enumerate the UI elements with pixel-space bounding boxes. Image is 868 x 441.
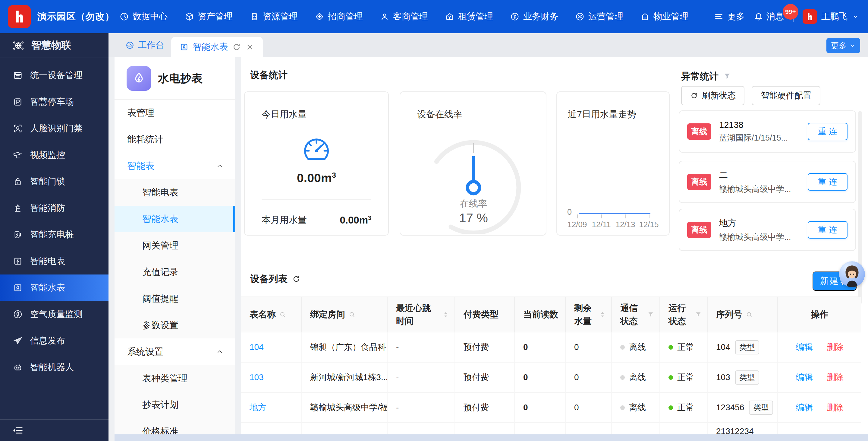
brand-logo[interactable]	[8, 5, 31, 28]
menu-item-智能表[interactable]: 智能表	[115, 153, 235, 179]
menu-item-表管理[interactable]: 表管理	[115, 99, 235, 126]
offline-dot	[620, 375, 625, 380]
search-icon[interactable]	[745, 311, 753, 319]
offline-dot	[620, 405, 625, 410]
chevron-up-icon[interactable]	[216, 348, 224, 356]
type-tag[interactable]: 类型	[749, 401, 773, 415]
device-location: 蓝湖国际/1/15/15...	[719, 133, 788, 143]
offline-badge: 离线	[687, 123, 711, 140]
assistant-avatar[interactable]	[839, 261, 865, 287]
edit-link[interactable]: 编辑	[796, 402, 813, 413]
sidebar-item-meter-drop[interactable]: 智能水表	[0, 274, 108, 301]
reload-icon[interactable]	[292, 274, 301, 284]
water-electric-icon	[127, 66, 151, 91]
hydrant-icon	[13, 203, 23, 213]
edit-link[interactable]: 编辑	[796, 372, 813, 383]
menu-item-label: 表管理	[127, 107, 154, 119]
menu-item-参数设置[interactable]: 参数设置	[115, 312, 235, 339]
sidebar-item-charge[interactable]: 智能充电桩	[0, 222, 108, 248]
nav-item-lease[interactable]: 租赁管理	[445, 10, 493, 23]
sidebar-item-label: 智能消防	[30, 202, 65, 214]
sidebar-item-hydrant[interactable]: 智能消防	[0, 195, 108, 222]
delete-link[interactable]: 删除	[827, 342, 844, 353]
water-gauge-icon	[301, 134, 332, 165]
cell-meter-name[interactable]: 104	[241, 332, 302, 362]
edit-link[interactable]: 编辑	[796, 342, 813, 353]
cell-meter-name[interactable]	[241, 423, 302, 434]
nav-item-merchant[interactable]: 客商管理	[380, 10, 428, 23]
menu-item-智能电表[interactable]: 智能电表	[115, 179, 235, 206]
sidebar-item-face[interactable]: 人脸识别门禁	[0, 115, 108, 142]
reconnect-button[interactable]: 重连	[808, 123, 847, 140]
search-icon[interactable]	[279, 311, 287, 319]
nav-item-resource[interactable]: 资源管理	[250, 10, 298, 23]
sidebar-item-robot[interactable]: 智能机器人	[0, 354, 108, 381]
menu-item-抄表计划[interactable]: 抄表计划	[115, 391, 235, 418]
tab-workbench[interactable]: 工作台	[125, 33, 164, 57]
main-content: 设备统计 今日用水量 0.00m3 本月用水量 0.00m3	[241, 57, 868, 434]
nav-more[interactable]: 更多	[714, 10, 745, 23]
reconnect-button[interactable]: 重连	[808, 221, 847, 239]
nav-item-investment[interactable]: 招商管理	[315, 10, 363, 23]
delete-link[interactable]: 删除	[827, 372, 844, 383]
horizontal-scrollbar[interactable]	[115, 434, 868, 441]
device-table: 表名称绑定房间最近心跳时间付费类型当前读数剩余水量通信状态运行状态序列号操作 1…	[241, 296, 861, 434]
cell-room: 赣榆城头高级中学/福...	[302, 393, 388, 422]
cell-meter-name[interactable]: 地方	[241, 393, 302, 422]
menu-item-价格标准[interactable]: 价格标准	[115, 418, 235, 434]
menu-item-充值记录[interactable]: 充值记录	[115, 259, 235, 285]
bell-icon	[754, 12, 764, 22]
menu-item-智能水表[interactable]: 智能水表	[115, 206, 235, 232]
search-icon[interactable]	[348, 311, 356, 319]
user-menu[interactable]: 王鹏飞	[803, 9, 859, 24]
leaf-icon	[13, 309, 23, 319]
tab-smart-water-meter[interactable]: 智能水表	[171, 37, 263, 57]
delete-link[interactable]: 删除	[827, 402, 844, 413]
sidebar-item-cctv[interactable]: 视频监控	[0, 142, 108, 168]
cell-remaining	[566, 423, 612, 434]
filter-icon[interactable]	[694, 311, 702, 319]
menu-item-阈值提醒[interactable]: 阈值提醒	[115, 285, 235, 312]
funnel-icon[interactable]	[723, 72, 732, 81]
menu-item-能耗统计[interactable]: 能耗统计	[115, 126, 235, 153]
sidebar-item-parking[interactable]: 智慧停车场	[0, 89, 108, 115]
cell-heartbeat: -	[388, 332, 455, 362]
tab-refresh-icon[interactable]	[232, 42, 241, 52]
nav-item-finance[interactable]: 业务财务	[510, 10, 558, 23]
column-label: 表名称	[250, 308, 276, 321]
nav-item-asset[interactable]: 资产管理	[184, 10, 233, 23]
nav-item-property[interactable]: 物业管理	[640, 10, 688, 23]
operation-icon	[575, 12, 585, 22]
reconnect-button[interactable]: 重连	[808, 173, 847, 190]
nav-item-operation[interactable]: 运营管理	[575, 10, 623, 23]
collapse-icon[interactable]	[12, 425, 24, 436]
abnormal-item: 离线地方赣榆城头高级中学...重连	[679, 209, 856, 251]
hardware-config-button[interactable]: 智能硬件配置	[752, 86, 820, 105]
sidebar-item-lock[interactable]: 智能门锁	[0, 168, 108, 195]
chevron-up-icon[interactable]	[216, 162, 224, 170]
sidebar-item-send[interactable]: 信息发布	[0, 328, 108, 354]
refresh-status-button[interactable]: 刷新状态	[681, 86, 744, 105]
nav-messages[interactable]: 消息 99+	[754, 10, 784, 23]
sidebar-item-meter-bolt[interactable]: 智能电表	[0, 248, 108, 274]
menu-item-表种类管理[interactable]: 表种类管理	[115, 365, 235, 391]
tabbar-more-button[interactable]: 更多	[827, 38, 860, 53]
column-header-绑定房间: 绑定房间	[302, 297, 388, 332]
nav-item-label: 业务财务	[523, 10, 558, 23]
nav-item-data-center[interactable]: 数据中心	[119, 10, 167, 23]
tab-close-icon[interactable]	[245, 42, 254, 52]
type-tag[interactable]: 类型	[735, 371, 759, 385]
abnormal-stats-label: 异常统计	[681, 70, 718, 83]
cell-meter-name[interactable]: 103	[241, 362, 302, 392]
sidebar-item-leaf[interactable]: 空气质量监测	[0, 301, 108, 328]
sort-icon[interactable]	[598, 311, 607, 319]
sidebar-item-device-list[interactable]: 统一设备管理	[0, 62, 108, 89]
dashboard-icon	[125, 41, 134, 50]
cell-pay-type: 预付费	[455, 362, 515, 392]
type-tag[interactable]: 类型	[735, 340, 759, 354]
menu-item-系统设置[interactable]: 系统设置	[115, 339, 235, 365]
filter-icon[interactable]	[647, 311, 655, 319]
sort-icon[interactable]	[442, 311, 450, 319]
menu-item-网关管理[interactable]: 网关管理	[115, 232, 235, 259]
cell-comm-status: 离线	[612, 332, 660, 362]
